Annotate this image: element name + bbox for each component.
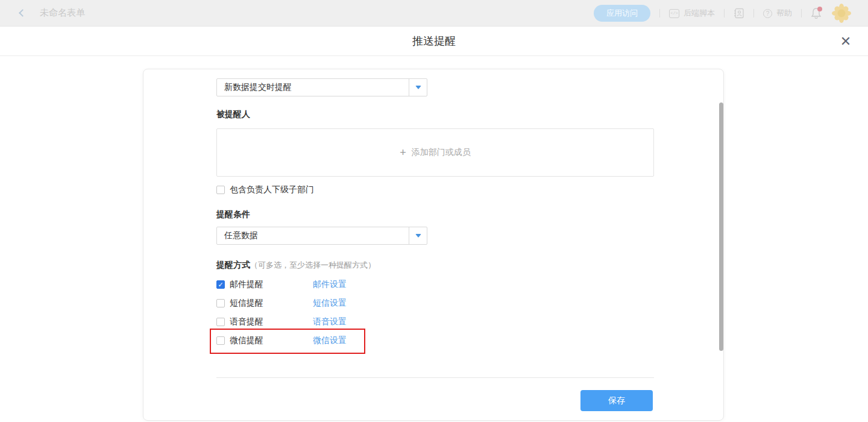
save-button[interactable]: 保存 [580,390,653,411]
trigger-select-value: 新数据提交时提醒 [217,82,409,93]
chevron-down-icon [409,227,427,244]
method-label: 语音提醒 [230,316,263,327]
backend-script-label: 后端脚本 [684,8,715,19]
avatar[interactable] [832,4,851,23]
sms-checkbox[interactable]: ✓ [216,299,225,307]
app-header: 未命名表单 应用访问 </> 后端脚本 [0,0,868,27]
divider [724,9,725,17]
contacts-icon [734,8,744,19]
scrollbar-thumb[interactable] [719,102,723,351]
condition-select[interactable]: 任意数据 [216,227,427,245]
method-row-email: ✓ 邮件提醒 邮件设置 [216,279,494,291]
method-label: 微信提醒 [230,335,263,346]
chevron-left-icon [19,9,27,17]
include-subdept-checkbox[interactable]: ✓ [216,186,225,194]
form-title: 未命名表单 [40,7,85,19]
back-button[interactable] [16,8,27,19]
method-row-voice: ✓ 语音提醒 语音设置 [216,316,494,328]
notifications-button[interactable] [811,7,823,20]
condition-label: 提醒条件 [216,209,250,220]
method-label: 短信提醒 [230,298,263,309]
email-settings-link[interactable]: 邮件设置 [313,279,347,290]
close-icon[interactable]: ✕ [838,34,854,49]
wechat-checkbox[interactable]: ✓ [216,336,225,345]
add-members-placeholder: 添加部门或成员 [412,147,471,158]
trigger-select[interactable]: 新数据提交时提醒 [216,78,427,96]
help-button[interactable]: ? 帮助 [763,8,792,19]
app-access-button[interactable]: 应用访问 [594,5,650,22]
modal-titlebar: 推送提醒 ✕ [0,27,868,56]
divider [801,9,802,17]
sms-settings-link[interactable]: 短信设置 [313,298,347,309]
methods-label: 提醒方式 [216,260,250,269]
modal-title: 推送提醒 [412,34,456,48]
voice-checkbox[interactable]: ✓ [216,318,225,326]
help-label: 帮助 [776,8,792,19]
backend-script-button[interactable]: </> 后端脚本 [669,8,715,19]
wechat-settings-link[interactable]: 微信设置 [313,335,347,346]
email-checkbox[interactable]: ✓ [216,280,225,289]
chevron-down-icon [409,79,427,96]
include-subdept-row: ✓ 包含负责人下级子部门 [216,184,314,195]
plus-icon: + [400,147,406,158]
add-members-box[interactable]: + 添加部门或成员 [216,128,654,177]
divider [659,9,660,17]
notification-badge [817,7,822,11]
divider [753,9,754,17]
recipients-label: 被提醒人 [216,109,250,120]
method-row-wechat: ✓ 微信提醒 微信设置 [216,335,494,347]
contacts-button[interactable] [734,8,744,19]
methods-hint: （可多选，至少选择一种提醒方式） [250,260,376,269]
methods-label-row: 提醒方式（可多选，至少选择一种提醒方式） [216,260,376,271]
voice-settings-link[interactable]: 语音设置 [313,316,347,327]
page: 未命名表单 应用访问 </> 后端脚本 [0,0,868,422]
divider [216,377,654,378]
method-row-sms: ✓ 短信提醒 短信设置 [216,297,494,309]
push-notification-card: 新数据提交时提醒 被提醒人 + 添加部门或成员 ✓ 包含负责人下级子部门 提醒条… [143,69,724,421]
code-icon: </> [669,9,679,18]
avatar-flower-icon [832,4,851,23]
include-subdept-label: 包含负责人下级子部门 [230,184,314,195]
help-icon: ? [763,9,772,18]
condition-select-value: 任意数据 [217,230,409,241]
method-label: 邮件提醒 [230,279,263,290]
